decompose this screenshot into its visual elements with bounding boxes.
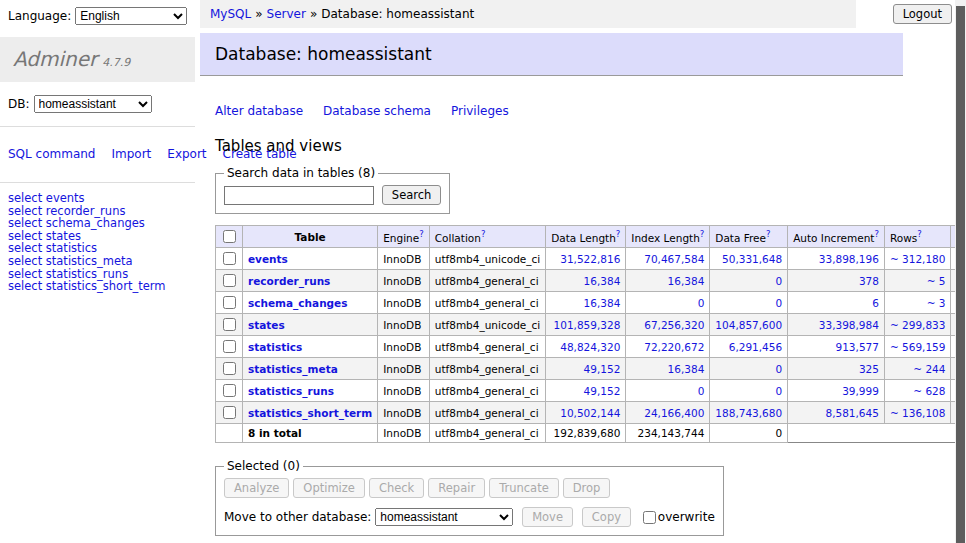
move-database-select[interactable]: homeassistant [375,508,513,526]
sidebar-command-link[interactable]: SQL command [8,147,95,161]
data-free-link[interactable]: 50,331,648 [722,253,782,265]
help-link[interactable]: ? [874,229,879,239]
logo-band: Adminer4.7.9 [0,37,195,82]
table-name-link[interactable]: schema_changes [248,297,348,309]
row-checkbox[interactable] [223,318,236,331]
total-collation: utf8mb4_general_ci [429,424,545,443]
help-link[interactable]: ? [917,229,922,239]
search-input[interactable] [224,186,374,205]
row-checkbox[interactable] [223,362,236,375]
check-button[interactable]: Check [369,478,424,498]
table-name-link[interactable]: statistics_short_term [248,407,372,419]
page-title: Database: homeassistant [200,33,903,76]
logout-button[interactable]: Logout [893,4,952,24]
data-length-link[interactable]: 16,384 [584,297,621,309]
breadcrumb-server-link[interactable]: Server [267,7,306,21]
data-length-link[interactable]: 49,152 [584,385,621,397]
language-select[interactable]: English [75,7,187,25]
search-legend: Search data in tables (8) [224,166,378,180]
table-name-link[interactable]: recorder_runs [248,275,330,287]
index-length-link[interactable]: 0 [698,297,705,309]
rows-link[interactable]: ~ 136,108 [890,407,946,419]
row-checkbox[interactable] [223,252,236,265]
data-length-link[interactable]: 49,152 [584,363,621,375]
analyze-button[interactable]: Analyze [224,478,289,498]
engine-cell: InnoDB [378,336,430,358]
data-free-link[interactable]: 0 [775,363,782,375]
help-link[interactable]: ? [700,229,705,239]
scrollbar-thumb[interactable] [956,6,965,543]
help-link[interactable]: ? [481,229,486,239]
index-length-link[interactable]: 67,256,320 [644,319,704,331]
rows-link[interactable]: ~ 569,159 [890,341,946,353]
table-name-link[interactable]: statistics_meta [248,363,338,375]
search-button[interactable]: Search [382,185,442,205]
overwrite-checkbox[interactable] [643,511,656,524]
table-name-link[interactable]: statistics [248,341,302,353]
data-free-link[interactable]: 188,743,680 [715,407,782,419]
table-name-link[interactable]: events [248,253,288,265]
auto-increment-link[interactable]: 325 [859,363,879,375]
optimize-button[interactable]: Optimize [293,478,365,498]
row-checkbox[interactable] [223,296,236,309]
row-checkbox[interactable] [223,274,236,287]
sidebar-select-link[interactable]: select events [8,192,187,205]
index-length-link[interactable]: 0 [698,385,705,397]
sidebar-select-link[interactable]: select schema_changes [8,217,187,230]
auto-increment-link[interactable]: 913,577 [836,341,879,353]
auto-increment-link[interactable]: 33,398,984 [819,319,879,331]
row-checkbox[interactable] [223,406,236,419]
copy-button[interactable]: Copy [582,507,631,527]
data-free-link[interactable]: 0 [775,275,782,287]
data-length-link[interactable]: 101,859,328 [554,319,621,331]
row-checkbox[interactable] [223,340,236,353]
collation-cell: utf8mb4_general_ci [429,402,545,424]
sidebar-divider-top [0,126,195,127]
auto-increment-link[interactable]: 39,999 [842,385,879,397]
move-button[interactable]: Move [522,507,573,527]
sidebar-select-link[interactable]: select statistics_short_term [8,280,187,293]
vertical-scrollbar[interactable] [955,0,966,543]
rows-link[interactable]: ~ 5 [927,275,946,287]
help-link[interactable]: ? [616,229,621,239]
index-length-link[interactable]: 16,384 [668,275,705,287]
app-logo[interactable]: Adminer [13,47,97,71]
auto-increment-link[interactable]: 33,898,196 [819,253,879,265]
data-length-link[interactable]: 16,384 [584,275,621,287]
sidebar-select-link[interactable]: select statistics_meta [8,255,187,268]
sidebar-command-link[interactable]: Import [111,147,151,161]
db-select[interactable]: homeassistant [34,95,152,113]
repair-button[interactable]: Repair [428,478,485,498]
index-length-link[interactable]: 70,467,584 [644,253,704,265]
data-length-link[interactable]: 31,522,816 [560,253,620,265]
row-checkbox[interactable] [223,384,236,397]
rows-link[interactable]: ~ 244 [913,363,945,375]
rows-link[interactable]: ~ 628 [913,385,945,397]
breadcrumb-server-type-link[interactable]: MySQL [210,7,251,21]
data-free-link[interactable]: 6,291,456 [729,341,782,353]
data-free-link[interactable]: 0 [775,385,782,397]
table-name-link[interactable]: states [248,319,285,331]
data-free-link[interactable]: 104,857,600 [715,319,782,331]
select-all-checkbox[interactable] [223,230,236,243]
auto-increment-link[interactable]: 8,581,645 [825,407,878,419]
rows-link[interactable]: ~ 299,833 [890,319,946,331]
data-length-link[interactable]: 10,502,144 [560,407,620,419]
table-name-link[interactable]: statistics_runs [248,385,334,397]
database-action-link[interactable]: Alter database [215,104,303,118]
rows-link[interactable]: ~ 312,180 [890,253,946,265]
auto-increment-link[interactable]: 378 [859,275,879,287]
index-length-link[interactable]: 72,220,672 [644,341,704,353]
help-link[interactable]: ? [419,229,424,239]
truncate-button[interactable]: Truncate [489,478,559,498]
index-length-link[interactable]: 16,384 [668,363,705,375]
drop-button[interactable]: Drop [563,478,611,498]
database-action-link[interactable]: Privileges [451,104,509,118]
index-length-link[interactable]: 24,166,400 [644,407,704,419]
data-free-link[interactable]: 0 [775,297,782,309]
auto-increment-link[interactable]: 6 [872,297,879,309]
database-action-link[interactable]: Database schema [323,104,431,118]
data-length-link[interactable]: 48,824,320 [560,341,620,353]
help-link[interactable]: ? [766,229,771,239]
rows-link[interactable]: ~ 3 [927,297,946,309]
